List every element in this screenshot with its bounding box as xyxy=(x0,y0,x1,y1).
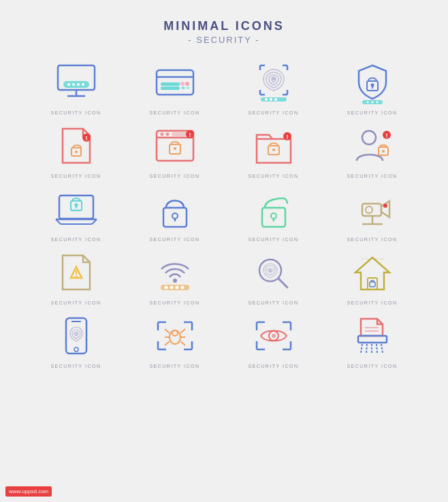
icon-cctv: SECURITY ICON xyxy=(323,185,421,242)
svg-point-125 xyxy=(272,334,276,338)
svg-rect-3 xyxy=(63,81,89,88)
svg-point-75 xyxy=(366,206,372,213)
icon-laptop-lock: SECURITY ICON xyxy=(27,185,125,242)
icon-phone-fingerprint: SECURITY ICON xyxy=(27,312,125,368)
icon-padlock-closed: SECURITY ICON xyxy=(125,185,224,242)
svg-line-109 xyxy=(165,329,170,333)
icon-shredder: SECURITY ICON xyxy=(323,312,421,368)
svg-point-115 xyxy=(172,330,178,336)
svg-point-99 xyxy=(75,333,77,335)
svg-point-35 xyxy=(371,101,373,104)
svg-point-4 xyxy=(67,83,70,86)
icon-label: SECURITY ICON xyxy=(50,237,101,242)
icon-home-lock: SECURITY ICON xyxy=(323,249,421,305)
icon-padlock-open: SECURITY ICON xyxy=(224,185,323,242)
svg-text:!: ! xyxy=(286,134,288,140)
svg-point-90 xyxy=(269,269,272,272)
icon-wifi-secure: SECURITY ICON xyxy=(125,249,224,305)
icon-label: SECURITY ICON xyxy=(50,110,101,115)
icon-label: SECURITY ICON xyxy=(248,237,298,242)
svg-line-133 xyxy=(381,344,383,353)
page-header: MINIMAL ICONS - SECURITY - xyxy=(163,19,285,45)
watermark: www.uppsd.com xyxy=(5,486,52,497)
svg-point-54 xyxy=(362,131,376,144)
svg-rect-67 xyxy=(163,208,187,227)
svg-rect-11 xyxy=(161,87,180,90)
page-subtitle: - SECURITY - xyxy=(163,35,285,45)
svg-point-71 xyxy=(271,213,276,219)
icon-label: SECURITY ICON xyxy=(248,300,298,305)
icon-label: SECURITY ICON xyxy=(149,237,199,242)
icon-label: SECURITY ICON xyxy=(347,237,397,242)
svg-point-5 xyxy=(72,83,75,86)
icon-file-lock: ! SECURITY ICON xyxy=(27,122,125,178)
svg-point-16 xyxy=(181,87,184,89)
icon-bug-scan: SECURITY ICON xyxy=(125,312,224,368)
svg-point-51 xyxy=(272,148,275,151)
svg-point-108 xyxy=(170,330,180,344)
svg-point-43 xyxy=(160,133,163,136)
icon-label: SECURITY ICON xyxy=(248,174,298,178)
svg-point-34 xyxy=(366,101,368,104)
icon-label: SECURITY ICON xyxy=(347,300,397,305)
svg-point-97 xyxy=(74,347,78,351)
svg-line-130 xyxy=(366,344,367,353)
svg-point-6 xyxy=(77,83,80,86)
svg-line-113 xyxy=(165,341,170,345)
svg-point-36 xyxy=(376,101,378,104)
svg-rect-128 xyxy=(358,336,387,343)
svg-point-87 xyxy=(180,286,184,289)
icon-label: SECURITY ICON xyxy=(347,174,397,178)
icon-user-lock: ! SECURITY ICON xyxy=(323,122,421,178)
svg-point-68 xyxy=(172,213,178,219)
svg-point-86 xyxy=(175,286,178,289)
page-title: MINIMAL ICONS xyxy=(163,19,285,33)
icon-monitor-password: SECURITY ICON xyxy=(27,59,125,115)
icon-label: SECURITY ICON xyxy=(347,364,397,368)
svg-point-28 xyxy=(270,98,272,101)
icon-label: SECURITY ICON xyxy=(149,300,199,305)
icon-label: SECURITY ICON xyxy=(149,174,199,178)
svg-point-27 xyxy=(265,98,268,101)
svg-rect-26 xyxy=(261,97,287,101)
svg-line-110 xyxy=(180,329,185,333)
svg-rect-93 xyxy=(368,278,377,289)
icon-label: SECURITY ICON xyxy=(248,364,298,368)
svg-line-89 xyxy=(278,279,287,287)
icon-label: SECURITY ICON xyxy=(50,300,101,305)
svg-marker-74 xyxy=(381,201,389,217)
svg-line-129 xyxy=(361,344,362,353)
svg-point-38 xyxy=(75,151,78,153)
icon-eye-scan: SECURITY ICON xyxy=(224,312,323,368)
icon-shield-lock: SECURITY ICON xyxy=(323,59,421,115)
svg-rect-10 xyxy=(161,82,180,86)
icon-label: SECURITY ICON xyxy=(149,364,199,368)
icon-label: SECURITY ICON xyxy=(149,110,199,115)
svg-point-65 xyxy=(74,204,78,207)
svg-point-21 xyxy=(272,78,275,80)
svg-point-81 xyxy=(75,276,77,278)
icon-label: SECURITY ICON xyxy=(50,174,101,178)
svg-text:!: ! xyxy=(189,131,191,138)
svg-point-56 xyxy=(382,150,385,153)
svg-line-132 xyxy=(377,344,377,353)
icon-folder-lock: ! SECURITY ICON xyxy=(224,122,323,178)
svg-point-44 xyxy=(165,133,169,136)
svg-point-78 xyxy=(383,204,387,208)
icons-grid: SECURITY ICON SECURITY ICON xyxy=(27,59,421,368)
icon-warning-file: SECURITY ICON xyxy=(27,249,125,305)
svg-point-29 xyxy=(274,98,277,101)
svg-rect-70 xyxy=(262,208,285,227)
icon-label: SECURITY ICON xyxy=(347,110,397,115)
svg-point-15 xyxy=(187,87,189,89)
icon-browser-lock: ! SECURITY ICON xyxy=(125,122,224,178)
icon-fingerprint-search: SECURITY ICON xyxy=(224,249,323,305)
svg-point-85 xyxy=(170,286,173,289)
svg-line-114 xyxy=(180,341,185,345)
icon-label: SECURITY ICON xyxy=(248,110,298,115)
svg-point-7 xyxy=(82,83,84,86)
svg-point-13 xyxy=(180,82,185,86)
icon-credit-card: SECURITY ICON xyxy=(125,59,224,115)
svg-rect-94 xyxy=(370,282,375,287)
svg-marker-91 xyxy=(355,257,389,289)
